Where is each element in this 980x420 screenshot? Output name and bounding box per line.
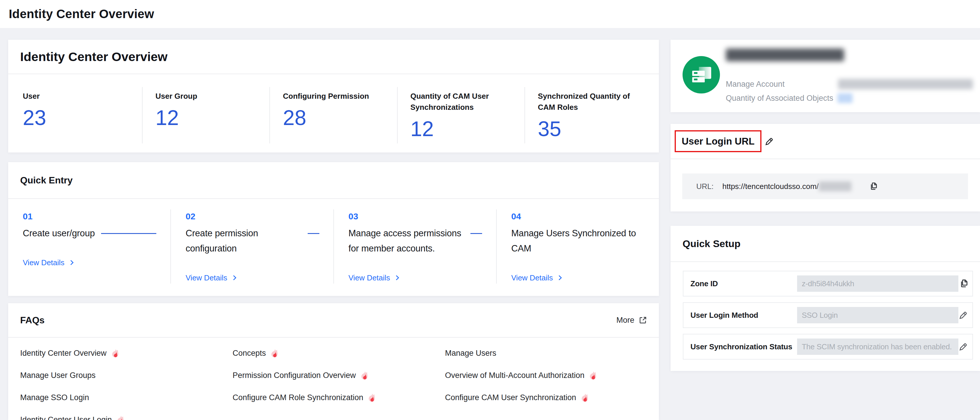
faqs-title: FAQs	[20, 315, 45, 326]
page-title: Identity Center Overview	[9, 7, 154, 21]
user-login-method-row: User Login Method SSO Login	[683, 302, 973, 328]
quick-entry-header: Quick Entry	[8, 162, 659, 199]
quick-setup-header: Quick Setup	[671, 226, 980, 262]
step-number: 03	[348, 211, 482, 222]
stat-value: 12	[156, 105, 265, 130]
top-bar: Identity Center Overview	[0, 0, 980, 28]
faq-link[interactable]: Permission Configuration Overview	[221, 368, 433, 383]
manage-account-row: Manage Account	[726, 78, 974, 90]
faq-link[interactable]: Concepts	[221, 346, 433, 360]
copy-icon	[958, 279, 968, 288]
overview-card-title: Identity Center Overview	[20, 50, 167, 64]
faqs-card: FAQs More Identity Center Overview Conce…	[8, 303, 659, 420]
edit-button[interactable]	[958, 310, 968, 320]
stat-value: 35	[538, 116, 647, 141]
redacted-manage-account-value	[838, 79, 973, 89]
fire-icon	[589, 371, 597, 380]
fire-icon	[581, 393, 588, 402]
faq-link-label: Configure CAM Role Synchronization	[232, 393, 363, 402]
view-details-label: View Details	[23, 257, 65, 269]
stat-label: Configuring Permission	[283, 91, 392, 102]
copy-icon[interactable]	[869, 182, 877, 191]
zone-id-row: Zone ID z-dh5i84h4ukkh	[683, 271, 973, 296]
faq-link[interactable]: Manage User Groups	[8, 368, 221, 383]
view-details-link[interactable]: View Details	[186, 272, 238, 283]
associated-objects-label: Quantity of Associated Objects	[726, 94, 833, 103]
stat-value: 12	[410, 116, 520, 141]
account-card: Manage Account Quantity of Associated Ob…	[671, 40, 980, 112]
zone-id-value: z-dh5i84h4ukkh	[797, 275, 958, 292]
quick-entry-title: Quick Entry	[20, 175, 73, 186]
user-login-url-body: URL: https://tencentcloudsso.com/	[671, 159, 980, 199]
view-details-label: View Details	[186, 272, 228, 283]
fire-icon	[368, 393, 375, 402]
faqs-more-link[interactable]: More	[616, 316, 647, 325]
faq-link-label: Identity Center Overview	[20, 349, 107, 358]
account-info: Manage Account Quantity of Associated Ob…	[726, 48, 974, 112]
overview-card-header: Identity Center Overview	[8, 40, 659, 74]
stat-label: Synchronized Quantity of CAM Roles	[538, 91, 647, 113]
faqs-header: FAQs More	[8, 303, 659, 337]
edit-icon	[958, 342, 968, 352]
faqs-list: Identity Center Overview Concepts Manage…	[8, 337, 659, 420]
step-connector-line	[471, 233, 482, 234]
manage-account-label: Manage Account	[726, 80, 784, 89]
step-manage-users-synchronized: 04 Manage Users Synchronized to CAM View…	[496, 209, 659, 283]
faq-link-label: Manage SSO Login	[20, 393, 89, 402]
identity-center-overview-card: Identity Center Overview User 23 User Gr…	[8, 40, 659, 153]
user-sync-status-label: User Synchronization Status	[690, 342, 797, 352]
user-sync-status-value: The SCIM synchronization has been enable…	[797, 339, 958, 355]
view-details-label: View Details	[348, 272, 390, 283]
stat-cam-roles-sync: Synchronized Quantity of CAM Roles 35	[525, 87, 652, 143]
faq-link[interactable]: Configure CAM Role Synchronization	[221, 390, 433, 405]
step-create-user-group: 01 Create user/group View Details	[8, 209, 170, 283]
right-column: Manage Account Quantity of Associated Ob…	[671, 40, 980, 371]
edit-button[interactable]	[958, 342, 968, 352]
account-avatar-icon	[682, 56, 720, 94]
chevron-right-icon	[68, 259, 75, 266]
chevron-right-icon	[231, 275, 238, 281]
main-content: Identity Center Overview User 23 User Gr…	[0, 28, 980, 420]
edit-icon[interactable]	[764, 137, 774, 146]
step-create-permission-configuration: 02 Create permission configuration View …	[170, 209, 333, 283]
fire-icon	[361, 371, 368, 380]
step-number: 01	[23, 211, 156, 222]
zone-id-label: Zone ID	[690, 279, 797, 288]
faq-link-label: Identity Center User Login	[20, 415, 112, 420]
highlight-red-box: User Login URL	[675, 130, 762, 152]
faq-link-label: Overview of Multi-Account Authorization	[445, 371, 584, 380]
faq-link[interactable]: Manage Users	[433, 346, 659, 360]
external-link-icon	[638, 316, 647, 325]
fire-icon	[270, 349, 278, 358]
step-number: 02	[186, 211, 319, 222]
step-number: 04	[511, 211, 645, 222]
faq-link[interactable]: Manage SSO Login	[8, 390, 221, 405]
stats-row: User 23 User Group 12 Configuring Permis…	[8, 74, 659, 143]
faq-link-label: Manage User Groups	[20, 371, 95, 380]
faq-link-label: Configure CAM User Synchronization	[445, 393, 576, 402]
chevron-right-icon	[557, 275, 563, 281]
edit-icon	[958, 310, 968, 320]
stat-cam-user-sync: Quantity of CAM User Synchronizations 12	[397, 87, 525, 143]
redacted-account-name	[726, 48, 844, 61]
faq-link[interactable]: Identity Center User Login	[8, 412, 221, 420]
user-sync-status-row: User Synchronization Status The SCIM syn…	[683, 334, 973, 360]
view-details-link[interactable]: View Details	[348, 272, 401, 283]
user-login-url-title: User Login URL	[682, 136, 754, 147]
faq-link[interactable]: Identity Center Overview	[8, 346, 221, 360]
faq-link[interactable]: Overview of Multi-Account Authorization	[433, 368, 659, 383]
url-label: URL:	[696, 182, 714, 191]
view-details-link[interactable]: View Details	[23, 257, 75, 269]
step-connector-line	[308, 233, 319, 234]
more-label: More	[616, 316, 634, 325]
quick-entry-steps: 01 Create user/group View Details 02 Cre…	[8, 199, 659, 291]
redacted-url-suffix	[819, 181, 851, 191]
faq-link[interactable]: Configure CAM User Synchronization	[433, 390, 659, 405]
stat-user-group: User Group 12	[142, 87, 269, 143]
copy-button[interactable]	[958, 279, 968, 288]
view-details-link[interactable]: View Details	[511, 272, 564, 283]
url-row: URL: https://tencentcloudsso.com/	[682, 173, 968, 199]
quick-setup-body: Zone ID z-dh5i84h4ukkh User Login Method…	[671, 262, 980, 360]
url-value: https://tencentcloudsso.com/	[722, 182, 819, 191]
step-manage-access-permissions: 03 Manage access permissions for member …	[333, 209, 496, 283]
